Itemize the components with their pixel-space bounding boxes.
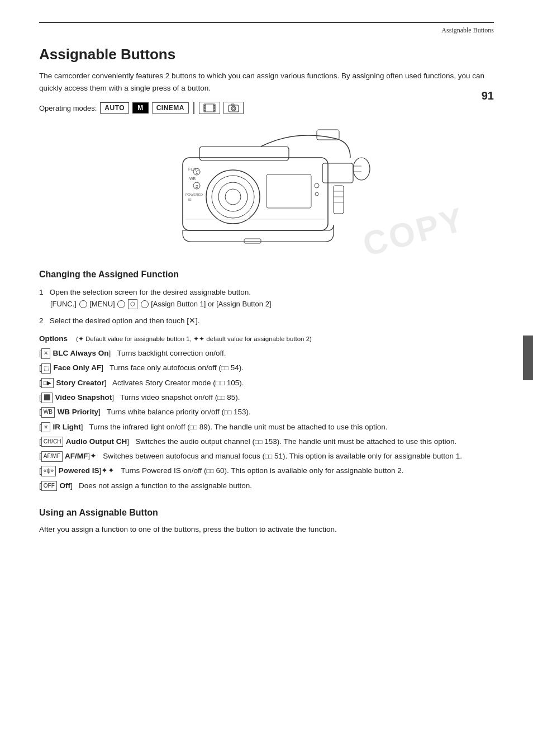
- svg-text:POWERED: POWERED: [185, 193, 203, 196]
- flag-icon: ⬡: [128, 299, 137, 309]
- ir-desc: Turns the infrared light on/off (: [89, 423, 190, 431]
- blc-key: BLC Always On: [51, 349, 109, 357]
- svg-rect-3: [204, 105, 205, 107]
- step-1-text: Open the selection screen for the desire…: [50, 288, 251, 296]
- story-icon: □▶: [41, 378, 54, 389]
- faceaf-icon: ⬚: [41, 363, 51, 374]
- page-number: 91: [482, 89, 494, 102]
- operating-modes-label: Operating modes:: [39, 104, 97, 112]
- intro-text: The camcorder conveniently features 2 bu…: [39, 70, 494, 94]
- svg-point-11: [232, 107, 235, 110]
- blc-desc: Turns backlight correction on/off.: [117, 349, 226, 357]
- separator: [193, 102, 194, 114]
- options-note: (✦ Default value for assignable button 1…: [76, 336, 312, 342]
- step-2-text: Select the desired option and then touch…: [50, 316, 200, 325]
- svg-point-16: [212, 176, 254, 218]
- poweredis-key: Powered IS: [56, 466, 99, 475]
- svg-rect-34: [334, 186, 344, 214]
- option-blc: [✳ BLC Always On] Turns backlight correc…: [39, 347, 494, 360]
- ir-icon: ✳: [41, 422, 50, 433]
- option-afmf: [AF/MF AF/MF]✦ Switches between autofocu…: [39, 450, 494, 462]
- faceaf-key: Face Only AF: [51, 363, 102, 372]
- section2-text: After you assign a function to one of th…: [39, 523, 494, 536]
- afmf-key: AF/MF: [63, 452, 88, 460]
- afmf-desc: Switches between autofocus and manual fo…: [103, 452, 265, 460]
- poweredis-icon: «ψ»: [41, 466, 56, 476]
- step-1: 1 Open the selection screen for the desi…: [39, 286, 494, 310]
- mode-icon-camera: [223, 102, 244, 114]
- options-heading: Options (✦ Default value for assignable …: [39, 334, 494, 343]
- audio-key: Audio Output CH: [64, 437, 127, 446]
- audio-desc: Switches the audio output channel (: [135, 437, 255, 446]
- mode-icon-film: [199, 102, 220, 114]
- option-storycreator: [□▶ Story Creator] Activates Story Creat…: [39, 377, 494, 389]
- svg-text:WB: WB: [189, 177, 196, 181]
- svg-point-17: [218, 182, 248, 211]
- option-videosnapshot: [⬛ Video Snapshot] Turns video snapshot …: [39, 391, 494, 404]
- poweredis-desc: Turns Powered IS on/off (: [121, 466, 206, 475]
- step-1-num: 1: [39, 288, 44, 296]
- off-desc: Does not assign a function to the assign…: [79, 481, 252, 490]
- svg-text:IS: IS: [188, 198, 192, 201]
- mode-m: M: [132, 102, 149, 114]
- wb-icon: WB: [41, 407, 55, 418]
- option-audiochannel: [CH/CH Audio Output CH] Switches the aud…: [39, 436, 494, 448]
- option-off: [OFF Off] Does not assign a function to …: [39, 480, 494, 492]
- step-2: 2 Select the desired option and then tou…: [39, 315, 494, 327]
- svg-point-31: [315, 192, 318, 196]
- option-wbpriority: [WB WB Priority] Turns white balance pri…: [39, 406, 494, 418]
- svg-rect-8: [213, 110, 215, 111]
- svg-text:2: 2: [196, 184, 198, 189]
- audio-icon: CH/CH: [41, 437, 64, 447]
- svg-rect-7: [213, 107, 215, 109]
- video-key: Video Snapshot: [53, 393, 112, 401]
- option-irlight: [✳ IR Light] Turns the infrared light on…: [39, 421, 494, 433]
- svg-rect-14: [199, 147, 289, 160]
- svg-point-18: [225, 189, 241, 205]
- step-2-num: 2: [39, 316, 44, 325]
- faceaf-ref2: 54).: [229, 363, 244, 372]
- video-desc: Turns video snapshot on/off (: [120, 393, 217, 401]
- side-tab: [523, 336, 533, 380]
- option-faceaf: [⬚ Face Only AF] Turns face only autofoc…: [39, 362, 494, 374]
- wb-desc: Turns white balance priority on/off (: [107, 408, 224, 416]
- off-icon: OFF: [41, 481, 57, 492]
- wb-key: WB Priority: [55, 408, 98, 416]
- svg-point-15: [206, 170, 260, 224]
- svg-point-10: [231, 106, 236, 111]
- off-key: Off: [58, 481, 70, 490]
- faceaf-desc: Turns face only autofocus on/off (: [110, 363, 221, 372]
- ir-key: IR Light: [51, 423, 81, 431]
- video-icon: ⬛: [41, 393, 53, 403]
- section1-heading: Changing the Assigned Function: [39, 270, 494, 280]
- step-1-sub: [FUNC.] [MENU] ⬡ [Assign Button 1] or [A…: [50, 299, 494, 310]
- top-rule: [39, 22, 494, 23]
- faceaf-ref: □□: [221, 365, 229, 371]
- svg-rect-29: [266, 174, 311, 208]
- svg-rect-5: [204, 110, 205, 111]
- story-desc: Activates Story Creator mode (□□ 105).: [112, 379, 244, 387]
- svg-rect-6: [213, 105, 215, 107]
- header-title: Assignable Buttons: [39, 26, 494, 35]
- story-key: Story Creator: [54, 379, 104, 387]
- svg-rect-32: [244, 239, 261, 243]
- svg-rect-4: [204, 107, 205, 109]
- svg-rect-19: [322, 163, 353, 183]
- camera-illustration: 1 2 WB FUNC POWERED IS: [39, 124, 494, 253]
- option-poweredis: [«ψ» Powered IS]✦✦ Turns Powered IS on/o…: [39, 465, 494, 477]
- svg-rect-13: [183, 158, 328, 230]
- svg-point-30: [315, 183, 319, 188]
- circle-icon-2: [117, 300, 125, 308]
- svg-point-38: [353, 158, 370, 180]
- circle-icon-1: [79, 300, 87, 308]
- page-title: Assignable Buttons: [39, 46, 494, 63]
- afmf-icon: AF/MF: [41, 451, 63, 462]
- section2-heading: Using an Assignable Button: [39, 508, 494, 518]
- mode-cinema: CINEMA: [152, 102, 189, 114]
- blc-icon: ✳: [41, 348, 50, 359]
- mode-auto: AUTO: [100, 102, 129, 114]
- operating-modes-row: Operating modes: AUTO M CINEMA: [39, 102, 494, 114]
- svg-text:FUNC: FUNC: [188, 167, 199, 171]
- circle-icon-3: [141, 300, 149, 308]
- options-label: Options: [39, 334, 68, 343]
